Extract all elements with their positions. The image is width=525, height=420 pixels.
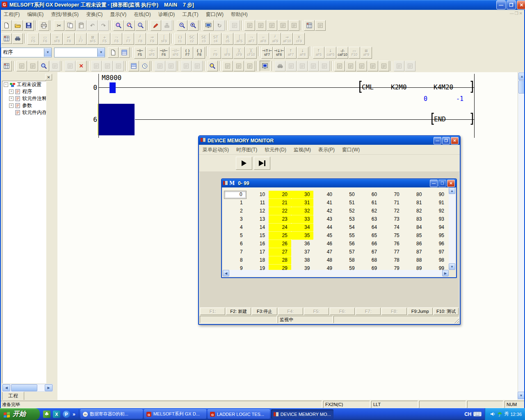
device-cell-90[interactable]: 90 (425, 191, 448, 199)
device-cell-6[interactable]: 6 (224, 240, 247, 248)
program-combobox[interactable]: 程序 ▼ (1, 48, 52, 57)
device-cell-40[interactable]: 40 (313, 191, 336, 199)
find-binoculars-button[interactable] (275, 61, 285, 71)
device-cell-48[interactable]: 48 (313, 256, 336, 265)
device-cell-62[interactable]: 62 (358, 207, 381, 215)
instruction-help-button[interactable] (1, 33, 12, 44)
device-cell-30[interactable]: 30 (291, 191, 314, 199)
scroll-thumb[interactable] (11, 384, 37, 391)
table-vertical-scrollbar[interactable]: ▲ ▼ (449, 187, 455, 270)
find-device-button[interactable] (124, 20, 135, 31)
device-cell-84[interactable]: 84 (403, 224, 426, 232)
device-cell-13[interactable]: 13 (247, 215, 269, 224)
comment-display-button[interactable] (229, 20, 240, 31)
insert-col-button[interactable] (113, 61, 124, 71)
print-button[interactable] (39, 20, 49, 31)
device-cell-2[interactable]: 2 (224, 207, 247, 215)
device-cell-53[interactable]: 53 (336, 215, 358, 224)
table-horizontal-scrollbar[interactable]: ◀ ▶ (223, 270, 449, 276)
device-cell-23[interactable]: 23 (269, 215, 291, 224)
tray-app-label[interactable]: 秀 (504, 411, 509, 417)
device-cell-47[interactable]: 47 (313, 248, 336, 256)
new-edit-data-button[interactable] (108, 47, 119, 58)
expand-icon[interactable]: + (9, 96, 14, 101)
ladder-edit-c2-button[interactable]: SCc2 (186, 33, 198, 45)
sort-desc-button[interactable] (233, 61, 244, 71)
device-cell-93[interactable]: 93 (425, 215, 448, 224)
ladder-edit-af5-button[interactable]: │aF5 (234, 33, 245, 45)
device-cell-36[interactable]: 36 (291, 240, 314, 248)
minimize-button[interactable]: — (434, 137, 441, 144)
close-panel-icon[interactable]: ✕ (45, 74, 52, 80)
device-cell-21[interactable]: 21 (269, 199, 291, 207)
device-cell-95[interactable]: 95 (425, 232, 448, 240)
statement-edit-button[interactable] (27, 61, 38, 71)
window-tile-h-button[interactable] (356, 61, 367, 71)
used-device-list-button[interactable] (334, 61, 345, 71)
jump-step-button[interactable] (308, 61, 319, 71)
device-cell-87[interactable]: 87 (403, 248, 426, 256)
device-cell-35[interactable]: 35 (291, 232, 314, 240)
symbol-af5-button[interactable]: ↑aF5 (313, 47, 324, 59)
find-button[interactable] (113, 20, 124, 31)
language-indicator[interactable]: CH (464, 411, 471, 417)
symbol-f6-button[interactable]: ⊣/⊢F6 (158, 47, 169, 59)
symbol-f7-button[interactable]: ( )F7 (182, 47, 193, 59)
monitor-menu-t[interactable]: 时序图(T) (233, 145, 261, 154)
zoom-in-button[interactable] (188, 20, 199, 31)
restore-button[interactable]: ❐ (507, 0, 516, 9)
menu-w[interactable]: 窗口(W) (202, 10, 227, 19)
device-cell-58[interactable]: 58 (336, 256, 358, 265)
device-cell-33[interactable]: 33 (291, 215, 314, 224)
device-cell-63[interactable]: 63 (358, 215, 381, 224)
device-cell-75[interactable]: 75 (381, 232, 403, 240)
tree-item-3[interactable]: 软元件内存 (2, 109, 46, 116)
ladder-edit-c5-button[interactable]: Rc5 (222, 33, 233, 45)
ladder-edit-f6-button[interactable]: ▭F6 (39, 33, 51, 45)
window-next-button[interactable] (192, 61, 203, 71)
monitor-start-button[interactable] (139, 61, 150, 71)
scroll-up-icon[interactable]: ▲ (449, 187, 455, 194)
zoom-out-button[interactable] (177, 20, 187, 31)
device-cell-10[interactable]: 10 (247, 191, 269, 199)
device-cell-22[interactable]: 22 (269, 207, 291, 215)
symbol-sf5-button[interactable]: ⊣⊢sF5 (146, 47, 158, 59)
device-cell-11[interactable]: 11 (247, 199, 269, 207)
symbol-f8-button[interactable]: { }F8 (194, 47, 205, 59)
ladder-edit-f7-button[interactable]: =F7 (123, 33, 134, 45)
start-button[interactable]: 开始 (0, 408, 40, 420)
device-cell-71[interactable]: 71 (381, 199, 403, 207)
cross-reference-button[interactable] (319, 61, 330, 71)
device-cell-12[interactable]: 12 (247, 207, 269, 215)
tree-item-2[interactable]: +参数 (2, 102, 46, 109)
device-cell-67[interactable]: 67 (358, 248, 381, 256)
device-cell-82[interactable]: 82 (403, 207, 426, 215)
undo-button[interactable]: ↶ (87, 20, 98, 31)
device-cell-20[interactable]: 20 (269, 191, 291, 199)
ladder-edit-af8-button[interactable]: =aF8 (258, 33, 269, 45)
launcher-2-icon[interactable]: X (53, 411, 60, 418)
expand-icon[interactable]: + (9, 89, 14, 94)
device-cell-43[interactable]: 43 (313, 215, 336, 224)
device-cell-74[interactable]: 74 (381, 224, 403, 232)
expand-icon[interactable]: + (9, 103, 14, 108)
ladder-edit-sf5-button[interactable]: ⊠sF5 (87, 33, 98, 45)
window-arrange-button[interactable] (379, 61, 389, 71)
minimize-button[interactable]: — (430, 180, 438, 187)
device-cell-25[interactable]: 25 (269, 232, 291, 240)
tree-display-button[interactable] (119, 47, 130, 58)
close-button[interactable]: ✕ (451, 137, 459, 144)
menu-v[interactable]: 显示(V) (106, 10, 130, 19)
device-cell-81[interactable]: 81 (403, 199, 426, 207)
fkey-9-button[interactable]: F9:Jump (408, 308, 433, 315)
instruction-op[interactable]: CML (362, 83, 374, 91)
scroll-down-icon[interactable]: ▼ (449, 263, 455, 270)
child-restore-icon[interactable]: ❐ (515, 11, 518, 16)
device-cell-97[interactable]: 97 (425, 248, 448, 256)
macro-save-button[interactable] (394, 61, 404, 71)
ladder-edit-sf9-button[interactable]: │sF9 (158, 33, 170, 45)
device-cell-98[interactable]: 98 (425, 256, 448, 265)
sort-asc-button[interactable] (222, 61, 233, 71)
symbol-f5-button[interactable]: ⊣⊢F5 (134, 47, 146, 59)
menu-s[interactable]: 查找/替换(S) (47, 10, 82, 19)
